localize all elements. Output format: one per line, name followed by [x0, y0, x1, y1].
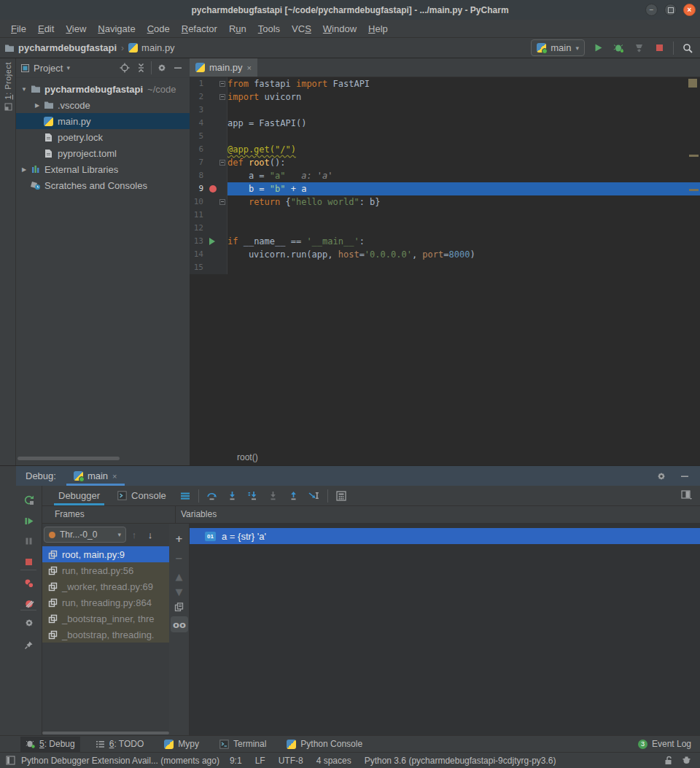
add-watch-button[interactable]: +	[169, 530, 189, 546]
tree-item-poetry-lock[interactable]: poetry.lock	[16, 129, 190, 145]
menu-navigate[interactable]: Navigate	[93, 22, 140, 36]
close-icon[interactable]: ×	[112, 472, 117, 481]
gutter[interactable]: 8	[190, 169, 228, 182]
chevron-right-icon[interactable]: ▶	[19, 166, 29, 173]
close-icon[interactable]: ×	[247, 63, 252, 72]
toolwindow-5-debug[interactable]: 5: Debug	[20, 737, 80, 752]
hide-button[interactable]	[171, 61, 185, 75]
menu-help[interactable]: Help	[363, 22, 393, 36]
view-mode-button[interactable]	[176, 488, 194, 504]
warning-stripe-mark[interactable]	[689, 155, 699, 157]
status-item[interactable]: 4 spaces	[316, 756, 351, 766]
collapse-all-button[interactable]	[133, 61, 148, 75]
tree-item-scratches-and-consoles[interactable]: Scratches and Consoles	[16, 177, 190, 193]
evaluate-expression-button[interactable]	[332, 488, 350, 504]
code-area[interactable]: 1from fastapi import FastAPI2import uvic…	[190, 77, 700, 449]
close-button[interactable]: ×	[683, 4, 696, 16]
chevron-right-icon[interactable]: ▶	[32, 102, 42, 109]
menu-view[interactable]: View	[61, 22, 91, 36]
stop-button[interactable]	[16, 553, 42, 570]
warning-stripe-mark[interactable]	[689, 189, 699, 191]
tree-item-vscode[interactable]: ▶.vscode	[16, 97, 190, 113]
duplicate-button[interactable]	[169, 599, 189, 615]
gutter[interactable]: 6	[190, 143, 228, 156]
gutter[interactable]: 11	[190, 209, 228, 222]
code-line-13[interactable]: 13if __name__ == '__main__':	[190, 235, 700, 248]
run-line-icon[interactable]	[209, 238, 215, 245]
toolwindow-terminal[interactable]: Terminal	[214, 737, 271, 752]
coverage-button[interactable]	[631, 40, 647, 56]
gutter[interactable]: 14	[190, 248, 228, 261]
toolwindow-python-console[interactable]: Python Console	[281, 737, 368, 752]
maximize-button[interactable]	[664, 4, 677, 16]
gutter[interactable]: 9	[190, 182, 228, 195]
code-line-15[interactable]: 15	[190, 261, 700, 274]
project-hscrollbar[interactable]	[18, 457, 120, 460]
fold-marker-icon[interactable]	[219, 199, 225, 205]
status-item[interactable]: LF	[255, 756, 265, 766]
code-line-12[interactable]: 12	[190, 222, 700, 235]
frame-item[interactable]: root, main.py:9	[42, 546, 169, 562]
inspection-status-marker[interactable]	[688, 79, 697, 88]
code-line-14[interactable]: 14 uvicorn.run(app, host='0.0.0.0', port…	[190, 248, 700, 261]
frame-item[interactable]: _worker, thread.py:69	[42, 578, 169, 594]
breadcrumb-item[interactable]: main.py	[141, 42, 175, 53]
frame-item[interactable]: _bootstrap, threading.	[42, 627, 169, 643]
gutter[interactable]: 1	[190, 77, 228, 90]
variables-panel[interactable]: 01a = {str} 'a'	[190, 524, 700, 735]
gutter[interactable]: 10	[190, 195, 228, 209]
settings-button[interactable]	[155, 61, 169, 75]
settings-button[interactable]	[653, 468, 669, 484]
toolwindow-toggle-icon[interactable]	[6, 756, 15, 765]
tab-console[interactable]: Console	[110, 486, 174, 505]
debug-session-tab[interactable]: main ×	[66, 466, 125, 486]
code-line-6[interactable]: 6@app.get("/")	[190, 143, 700, 156]
rerun-button[interactable]	[16, 491, 42, 508]
gutter[interactable]: 13	[190, 235, 228, 248]
tree-item-pyproject-toml[interactable]: pyproject.toml	[16, 145, 190, 161]
next-frame-button[interactable]: ↓	[142, 530, 158, 540]
move-down-button[interactable]: ▼	[169, 583, 189, 600]
toolwindow-mypy[interactable]: Mypy	[159, 737, 204, 752]
settings-button[interactable]	[16, 614, 42, 632]
menu-refactor[interactable]: Refactor	[176, 22, 222, 36]
debug-button[interactable]	[610, 40, 626, 56]
menu-vcs[interactable]: VCS	[287, 22, 316, 36]
editor-tab-mainpy[interactable]: main.py ×	[190, 58, 257, 77]
code-line-3[interactable]: 3	[190, 104, 700, 117]
project-panel-title[interactable]: Project	[34, 63, 63, 74]
tree-item-pycharmdebugfastapi[interactable]: ▼pycharmdebugfastapi~/code	[16, 81, 190, 97]
code-line-5[interactable]: 5	[190, 130, 700, 143]
resume-button[interactable]	[16, 512, 42, 530]
gutter[interactable]: 5	[190, 130, 228, 143]
menu-run[interactable]: Run	[224, 22, 252, 36]
menu-edit[interactable]: Edit	[33, 22, 59, 36]
fold-marker-icon[interactable]	[219, 81, 225, 87]
chevron-down-icon[interactable]: ▼	[19, 86, 29, 93]
toolwindow-event-log[interactable]: Event Log	[652, 739, 691, 749]
restore-layout-button[interactable]	[681, 490, 700, 502]
gutter[interactable]: 7	[190, 156, 228, 169]
remove-watch-button[interactable]: −	[169, 550, 189, 566]
previous-frame-button[interactable]: ↑	[126, 530, 142, 540]
code-line-1[interactable]: 1from fastapi import FastAPI	[190, 77, 700, 90]
thread-selector[interactable]: Thr...-0_0 ▾	[44, 527, 126, 543]
force-step-into-button[interactable]	[265, 488, 282, 504]
code-line-2[interactable]: 2import uvicorn	[190, 90, 700, 104]
fold-marker-icon[interactable]	[219, 160, 225, 166]
tree-item-main-py[interactable]: main.py	[16, 113, 190, 129]
pause-button[interactable]	[16, 532, 42, 550]
run-to-cursor-button[interactable]	[306, 488, 323, 504]
code-line-4[interactable]: 4app = FastAPI()	[190, 117, 700, 130]
gutter[interactable]: 3	[190, 104, 228, 117]
breakpoint-icon[interactable]	[209, 185, 217, 193]
code-line-10[interactable]: 10 return {"hello world": b}	[190, 195, 700, 209]
menu-window[interactable]: Window	[318, 22, 362, 36]
watch-glasses-button[interactable]: oo	[171, 616, 188, 632]
run-button[interactable]	[590, 40, 606, 56]
step-into-my-code-button[interactable]	[244, 488, 262, 504]
status-item[interactable]: 9:1	[230, 756, 242, 766]
minimize-button[interactable]: −	[645, 4, 658, 16]
code-line-7[interactable]: 7def root():	[190, 156, 700, 169]
stop-run-button[interactable]	[651, 40, 667, 56]
